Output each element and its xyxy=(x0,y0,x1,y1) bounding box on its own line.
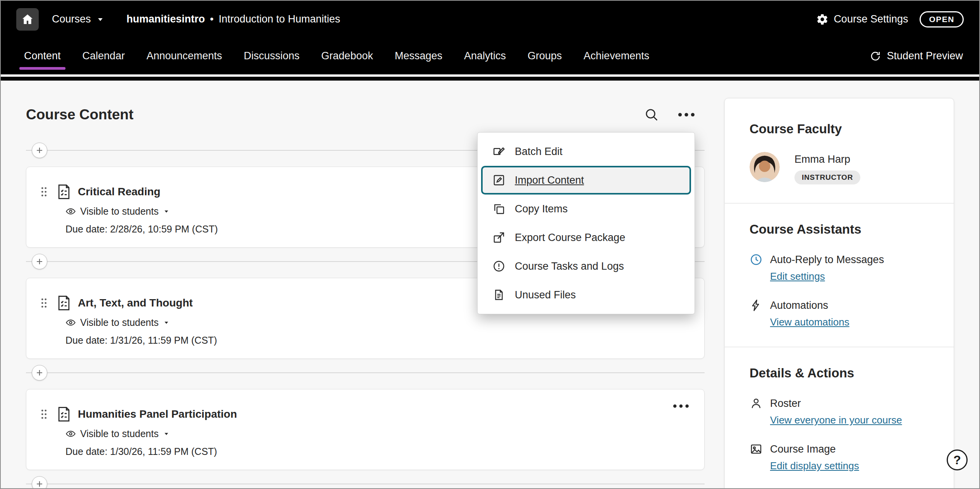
tab-content[interactable]: Content xyxy=(23,38,62,74)
instructor-row: Emma Harp INSTRUCTOR xyxy=(750,152,929,184)
tab-gradebook[interactable]: Gradebook xyxy=(320,38,374,74)
page-content: Course Content xyxy=(1,81,979,489)
details-label: Roster xyxy=(770,398,801,410)
header-bottom-strip xyxy=(1,77,979,81)
courses-menu-button[interactable]: Courses xyxy=(52,13,105,25)
assessment-icon xyxy=(55,183,72,200)
question-mark-icon: ? xyxy=(953,453,961,467)
assessment-icon xyxy=(55,406,72,423)
top-bar: Courses humanitiesintro • Introduction t… xyxy=(1,1,979,38)
add-content-button[interactable] xyxy=(32,365,47,381)
assistant-row-automations: Automations View automations xyxy=(750,299,929,328)
edit-display-settings-link[interactable]: Edit display settings xyxy=(770,460,859,472)
instructor-role-badge: INSTRUCTOR xyxy=(794,170,860,184)
details-actions-heading: Details & Actions xyxy=(750,366,929,381)
view-automations-link[interactable]: View automations xyxy=(770,316,849,328)
view-roster-link[interactable]: View everyone in your course xyxy=(770,414,902,426)
edit-settings-link[interactable]: Edit settings xyxy=(770,270,825,282)
tab-groups[interactable]: Groups xyxy=(527,38,563,74)
eye-icon xyxy=(65,206,76,217)
search-button[interactable] xyxy=(644,107,659,122)
assessment-icon xyxy=(55,294,72,312)
tab-announcements[interactable]: Announcements xyxy=(146,38,223,74)
section-divider xyxy=(725,347,954,347)
student-preview-button[interactable]: Student Preview xyxy=(870,38,963,74)
section-divider xyxy=(725,203,954,203)
instructor-name: Emma Harp xyxy=(794,153,860,165)
due-date-text: Due date: 1/30/26, 11:59 PM (CST) xyxy=(65,446,689,457)
tab-messages[interactable]: Messages xyxy=(394,38,443,74)
menu-item-import-content[interactable]: Import Content xyxy=(481,166,691,195)
course-faculty-heading: Course Faculty xyxy=(750,122,929,136)
due-date-text: Due date: 1/31/26, 11:59 PM (CST) xyxy=(65,335,689,346)
menu-item-course-tasks-and-logs[interactable]: Course Tasks and Logs xyxy=(478,252,695,281)
home-button[interactable] xyxy=(16,8,39,31)
add-content-button[interactable] xyxy=(32,476,47,489)
tab-achievements[interactable]: Achievements xyxy=(583,38,650,74)
assistant-row-auto-reply: Auto-Reply to Messages Edit settings xyxy=(750,253,929,282)
breadcrumb-separator: • xyxy=(210,13,213,25)
drag-handle-icon[interactable] xyxy=(39,297,48,309)
details-row-roster: Roster View everyone in your course xyxy=(750,397,929,426)
content-item-title[interactable]: Humanities Panel Participation xyxy=(78,408,237,420)
menu-item-label: Batch Edit xyxy=(515,146,562,158)
drag-handle-icon[interactable] xyxy=(39,408,48,420)
refresh-icon xyxy=(870,50,881,62)
eye-icon xyxy=(65,429,76,439)
student-preview-label: Student Preview xyxy=(887,50,963,62)
tab-calendar[interactable]: Calendar xyxy=(82,38,126,74)
course-nav: Content Calendar Announcements Discussio… xyxy=(1,38,979,74)
caret-down-icon xyxy=(163,430,170,437)
add-content-divider xyxy=(26,476,705,489)
assistant-label: Automations xyxy=(770,300,828,312)
menu-item-label: Course Tasks and Logs xyxy=(515,260,624,272)
visibility-label: Visible to students xyxy=(80,206,158,217)
roster-icon xyxy=(750,397,763,410)
help-button[interactable]: ? xyxy=(947,449,968,470)
tab-discussions[interactable]: Discussions xyxy=(243,38,300,74)
visibility-dropdown[interactable]: Visible to students xyxy=(65,206,170,217)
page-title: Course Content xyxy=(26,107,134,123)
item-options-button[interactable] xyxy=(672,404,689,408)
visibility-dropdown[interactable]: Visible to students xyxy=(65,428,170,439)
menu-item-copy-items[interactable]: Copy Items xyxy=(478,195,695,223)
add-content-button[interactable] xyxy=(32,143,47,158)
tab-analytics[interactable]: Analytics xyxy=(463,38,507,74)
instructor-avatar xyxy=(750,152,780,182)
import-content-icon xyxy=(492,174,505,187)
course-settings-button[interactable]: Course Settings xyxy=(816,13,908,26)
menu-item-label: Import Content xyxy=(515,174,584,186)
caret-down-icon xyxy=(96,15,105,24)
more-options-button[interactable] xyxy=(677,113,695,117)
gear-icon xyxy=(816,13,829,26)
add-content-button[interactable] xyxy=(32,254,47,269)
auto-reply-icon xyxy=(750,253,763,266)
menu-item-export-course-package[interactable]: Export Course Package xyxy=(478,223,695,252)
unused-files-icon xyxy=(492,288,505,301)
content-item-title[interactable]: Art, Text, and Thought xyxy=(78,297,193,309)
menu-item-batch-edit[interactable]: Batch Edit xyxy=(478,137,695,166)
breadcrumb-course-id: humanitiesintro xyxy=(127,13,205,25)
visibility-label: Visible to students xyxy=(80,428,158,439)
menu-item-unused-files[interactable]: Unused Files xyxy=(478,281,695,309)
search-icon xyxy=(644,107,659,122)
breadcrumb: humanitiesintro • Introduction to Humani… xyxy=(127,13,340,25)
batch-edit-icon xyxy=(492,145,505,158)
drag-handle-icon[interactable] xyxy=(39,186,48,198)
tasks-logs-icon xyxy=(492,260,505,273)
course-options-menu: Batch Edit Import Content Copy Items Exp… xyxy=(477,132,695,314)
ellipsis-icon xyxy=(677,113,695,117)
caret-down-icon xyxy=(163,319,170,326)
content-item-card: Humanities Panel Participation Visible t… xyxy=(26,389,705,470)
lightning-icon xyxy=(750,299,763,312)
ellipsis-icon xyxy=(672,404,689,408)
image-icon xyxy=(750,443,763,456)
menu-item-label: Export Course Package xyxy=(515,232,625,244)
assistant-label: Auto-Reply to Messages xyxy=(770,254,884,266)
visibility-label: Visible to students xyxy=(80,317,158,328)
course-assistants-heading: Course Assistants xyxy=(750,222,929,237)
course-tabs: Content Calendar Announcements Discussio… xyxy=(23,38,650,74)
content-item-title[interactable]: Critical Reading xyxy=(78,186,160,198)
eye-icon xyxy=(65,317,76,328)
visibility-dropdown[interactable]: Visible to students xyxy=(65,317,170,328)
